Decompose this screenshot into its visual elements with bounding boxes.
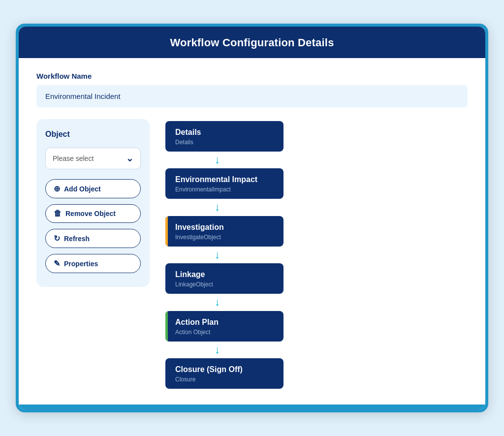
workflow-name-value: Environmental Incident — [36, 85, 468, 107]
refresh-icon: ↻ — [54, 234, 60, 243]
outer-card: Workflow Configuration Details Workflow … — [16, 24, 488, 412]
arrow-4: ↓ — [215, 296, 220, 309]
header: Workflow Configuration Details — [19, 27, 485, 58]
step-action-plan-subtitle: Action Object — [175, 329, 274, 336]
step-linkage-subtitle: LinkageObject — [175, 281, 274, 288]
add-icon: ⊕ — [54, 184, 60, 193]
step-linkage-title: Linkage — [175, 270, 274, 279]
trash-icon: 🗑 — [54, 209, 62, 218]
step-action-plan[interactable]: Action Plan Action Object — [165, 311, 284, 342]
step-closure-title: Closure (Sign Off) — [175, 365, 274, 374]
arrow-3: ↓ — [215, 249, 220, 261]
add-object-label: Add Object — [64, 185, 101, 193]
step-details[interactable]: Details Details — [165, 121, 284, 152]
select-placeholder-text: Please select — [53, 155, 94, 162]
pencil-icon: ✎ — [54, 259, 60, 268]
object-label: Object — [45, 130, 141, 139]
chevron-down-icon: ⌄ — [126, 153, 133, 164]
step-investigation[interactable]: Investigation InvestigateObject — [165, 216, 284, 247]
arrow-5: ↓ — [215, 343, 220, 356]
refresh-label: Refresh — [64, 235, 90, 243]
content-area: Workflow Name Environmental Incident Obj… — [19, 58, 485, 405]
page-title: Workflow Configuration Details — [170, 36, 334, 49]
step-linkage[interactable]: Linkage LinkageObject — [165, 263, 284, 294]
remove-object-label: Remove Object — [65, 210, 116, 218]
inner-card: Workflow Configuration Details Workflow … — [19, 27, 485, 409]
main-row: Object Please select ⌄ ⊕ Add Object 🗑 Re… — [36, 119, 468, 389]
step-details-subtitle: Details — [175, 139, 274, 146]
arrow-2: ↓ — [215, 201, 220, 214]
refresh-button[interactable]: ↻ Refresh — [45, 229, 141, 248]
action-buttons-group: ⊕ Add Object 🗑 Remove Object ↻ Refresh — [45, 179, 141, 273]
step-investigation-subtitle: InvestigateObject — [175, 234, 274, 241]
remove-object-button[interactable]: 🗑 Remove Object — [45, 204, 141, 223]
properties-label: Properties — [64, 260, 98, 268]
workflow-steps: Details Details ↓ Environmental Impact E… — [165, 119, 468, 389]
properties-button[interactable]: ✎ Properties — [45, 254, 141, 273]
left-panel: Object Please select ⌄ ⊕ Add Object 🗑 Re… — [36, 119, 150, 287]
step-investigation-title: Investigation — [175, 223, 274, 232]
object-select-dropdown[interactable]: Please select ⌄ — [45, 148, 141, 169]
add-object-button[interactable]: ⊕ Add Object — [45, 179, 141, 198]
step-env-impact[interactable]: Environmental Impact EnvironmentalImpact — [165, 168, 284, 199]
step-env-impact-subtitle: EnvironmentalImpact — [175, 186, 274, 193]
bottom-bar — [19, 405, 485, 409]
step-details-title: Details — [175, 128, 274, 137]
step-action-plan-title: Action Plan — [175, 318, 274, 327]
step-closure-subtitle: Closure — [175, 376, 274, 383]
arrow-1: ↓ — [215, 154, 220, 166]
step-env-impact-title: Environmental Impact — [175, 175, 274, 184]
workflow-name-label: Workflow Name — [36, 72, 468, 80]
step-closure[interactable]: Closure (Sign Off) Closure — [165, 358, 284, 389]
